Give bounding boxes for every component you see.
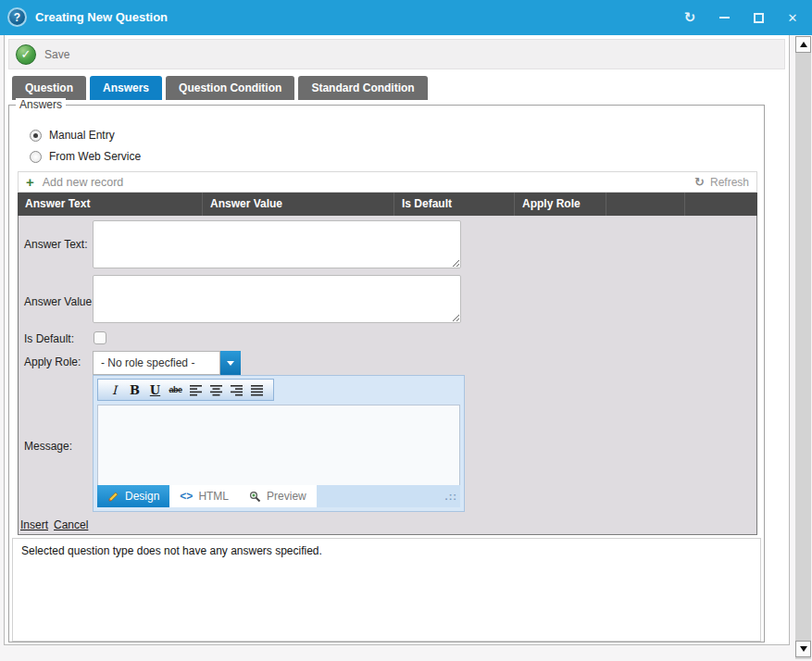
magnifier-icon [249,491,261,503]
maximize-icon[interactable] [752,10,765,25]
radio-selected-icon [30,130,42,142]
column-header-apply-role[interactable]: Apply Role [515,193,606,216]
editor-tab-design[interactable]: Design [97,485,169,507]
radio-manual-entry[interactable]: Manual Entry [30,129,115,142]
empty-message-panel: Selected question type does not have any… [12,538,761,642]
save-label: Save [44,48,69,61]
answer-value-input[interactable] [93,275,461,323]
add-new-record-button[interactable]: Add new record [43,176,124,189]
titlebar: ? Creating New Question ↻ ✕ [0,0,812,35]
radio-from-web-service[interactable]: From Web Service [30,150,141,163]
save-check-icon: ✓ [16,44,36,65]
editor-mode-tabs: Design <> HTML [97,485,460,507]
radio-unselected-icon [30,151,42,163]
grid-header-row: Answer Text Answer Value Is Default Appl… [18,193,757,216]
save-button[interactable]: ✓ Save [16,44,69,65]
justify-button[interactable] [249,384,265,396]
radio-from-web-service-label: From Web Service [49,150,141,163]
italic-button[interactable]: I [106,383,122,397]
column-header-is-default[interactable]: Is Default [394,193,515,216]
strikethrough-button[interactable]: abe [168,385,183,394]
resize-grip[interactable]: .:: [445,491,457,502]
answers-grid: + Add new record ↻ Refresh Answer Text A… [18,171,757,535]
is-default-checkbox[interactable] [94,331,106,344]
bold-button[interactable]: B [127,383,143,397]
toolbar: ✓ Save [8,39,785,69]
answer-value-label: Answer Value: [24,295,94,308]
editor-tab-html[interactable]: <> HTML [169,485,239,507]
align-center-button[interactable] [208,384,224,396]
tab-strip: Question Answers Question Condition Stan… [12,76,428,100]
help-icon[interactable]: ? [7,7,27,27]
chevron-down-icon [227,361,234,366]
window-title: Creating New Question [35,0,168,35]
column-header-empty-2 [685,193,757,216]
underline-button[interactable]: U [147,383,163,397]
grid-command-bar: + Add new record ↻ Refresh [18,171,757,193]
refresh-button[interactable]: Refresh [710,176,749,189]
edit-form-commands: InsertCancel [20,518,94,531]
tab-question[interactable]: Question [12,76,86,100]
align-right-icon [230,384,244,396]
insert-link[interactable]: Insert [20,518,48,531]
column-header-empty-1 [606,193,685,216]
align-right-button[interactable] [229,384,244,396]
code-icon: <> [180,490,193,503]
radio-manual-entry-label: Manual Entry [49,129,115,142]
window-refresh-icon[interactable]: ↻ [683,10,696,25]
answer-text-label: Answer Text: [24,238,87,251]
scroll-down-button[interactable] [795,641,811,657]
answer-text-input[interactable] [93,220,461,268]
align-center-icon [209,384,224,396]
apply-role-dropdown[interactable]: - No role specfied - [93,351,241,375]
apply-role-value: - No role specfied - [93,351,220,375]
tab-answers[interactable]: Answers [90,76,162,100]
scroll-down-icon [800,646,807,652]
dropdown-button[interactable] [220,351,241,375]
grid-edit-form: Answer Text: Answer Value: Is Default: A… [18,216,757,535]
apply-role-label: Apply Role: [24,355,81,368]
close-icon[interactable]: ✕ [786,10,799,25]
message-editor: I B U abe [93,375,465,512]
scroll-up-button[interactable] [795,36,811,53]
scroll-up-icon [800,42,807,47]
dialog-content-panel: ✓ Save Question Answers Question Conditi… [4,35,790,645]
editor-tab-preview[interactable]: Preview [239,485,317,507]
pencil-icon [107,491,119,503]
is-default-label: Is Default: [24,332,74,345]
column-header-answer-text[interactable]: Answer Text [18,193,203,216]
column-header-answer-value[interactable]: Answer Value [203,193,394,216]
message-label: Message: [24,440,72,453]
add-icon: + [26,175,34,189]
align-left-button[interactable] [188,384,204,396]
answers-fieldset: Answers Manual Entry From Web Service + … [8,105,765,642]
tab-standard-condition[interactable]: Standard Condition [298,76,427,100]
editor-toolbar: I B U abe [97,379,274,401]
refresh-icon: ↻ [694,175,705,189]
vertical-scrollbar[interactable] [795,36,811,659]
message-editor-content[interactable] [97,405,460,487]
cancel-link[interactable]: Cancel [54,518,88,531]
align-left-icon [189,384,204,396]
tab-question-condition[interactable]: Question Condition [166,76,294,100]
minimize-icon[interactable] [718,10,731,25]
answers-legend: Answers [16,98,66,111]
justify-icon [250,384,265,396]
titlebar-buttons: ↻ ✕ [683,0,799,35]
